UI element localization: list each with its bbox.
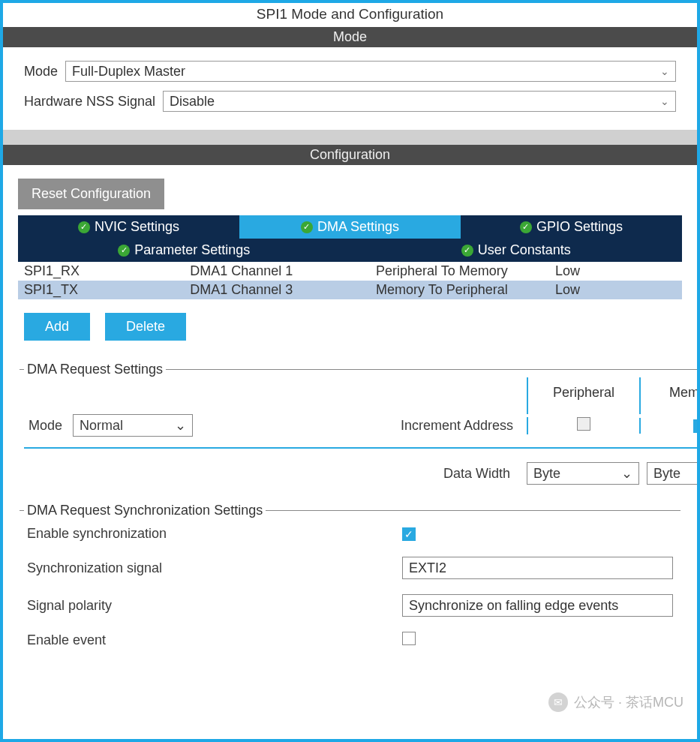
chevron-down-icon: ⌄ — [660, 95, 669, 107]
signal-polarity-field[interactable]: Synchronize on falling edge events — [402, 594, 673, 617]
tab-gpio-settings[interactable]: ✓ GPIO Settings — [461, 215, 682, 239]
config-section-header: Configuration — [3, 145, 697, 165]
mode-select-value: Full-Duplex Master — [72, 64, 185, 80]
enable-event-checkbox[interactable] — [402, 632, 416, 645]
chevron-down-icon: ⌄ — [175, 417, 186, 434]
mode-select[interactable]: Full-Duplex Master ⌄ — [65, 61, 676, 82]
tab-nvic-settings[interactable]: ✓ NVIC Settings — [18, 215, 239, 239]
col-memory: Memo — [639, 377, 700, 414]
memory-increment-checkbox[interactable]: ✓ — [693, 419, 700, 433]
watermark: ✉ 公众号 · 茶话MCU — [548, 692, 683, 712]
chevron-down-icon: ⌄ — [660, 65, 669, 77]
group-legend: DMA Request Settings — [24, 362, 166, 377]
cell-channel: DMA1 Channel 3 — [184, 281, 370, 299]
tab-user-constants[interactable]: ✓ User Constants — [350, 239, 683, 262]
check-icon: ✓ — [301, 221, 313, 233]
enable-sync-checkbox[interactable]: ✓ — [402, 527, 416, 541]
nss-label: Hardware NSS Signal — [24, 94, 155, 110]
add-button[interactable]: Add — [24, 313, 90, 341]
cell-request: SPI1_RX — [18, 262, 184, 281]
check-icon: ✓ — [78, 221, 90, 233]
divider — [24, 447, 700, 449]
col-peripheral: Peripheral — [527, 377, 639, 414]
tab-label: GPIO Settings — [536, 219, 623, 235]
table-row[interactable]: SPI1_TX DMA1 Channel 3 Memory To Periphe… — [18, 281, 682, 299]
tab-dma-settings[interactable]: ✓ DMA Settings — [239, 215, 461, 239]
nss-select[interactable]: Disable ⌄ — [163, 91, 676, 112]
reset-config-button[interactable]: Reset Configuration — [18, 179, 164, 209]
table-row[interactable]: SPI1_RX DMA1 Channel 1 Peripheral To Mem… — [18, 262, 682, 281]
dma-request-settings-group: DMA Request Settings Peripheral Memo Mod… — [20, 362, 700, 492]
tab-label: Parameter Settings — [134, 242, 250, 258]
tab-label: NVIC Settings — [95, 219, 179, 235]
cell-request: SPI1_TX — [18, 281, 184, 299]
enable-event-label: Enable event — [27, 632, 402, 648]
peripheral-data-width-select[interactable]: Byte ⌄ — [527, 462, 639, 485]
field-value: Synchronize on falling edge events — [409, 598, 618, 614]
tab-parameter-settings[interactable]: ✓ Parameter Settings — [18, 239, 350, 262]
peripheral-increment-checkbox[interactable] — [577, 417, 590, 431]
wechat-icon: ✉ — [548, 692, 568, 712]
select-value: Byte — [533, 466, 560, 482]
section-divider — [3, 130, 697, 145]
group-legend: DMA Request Synchronization Settings — [24, 503, 266, 518]
data-width-label: Data Width — [399, 466, 527, 482]
cell-channel: DMA1 Channel 1 — [184, 262, 370, 281]
dma-sync-settings-group: DMA Request Synchronization Settings Ena… — [20, 503, 680, 664]
check-icon: ✓ — [118, 245, 130, 257]
check-icon: ✓ — [520, 221, 532, 233]
mode-section-header: Mode — [3, 27, 697, 47]
tab-label: DMA Settings — [317, 219, 399, 235]
cell-direction: Memory To Peripheral — [370, 281, 549, 299]
select-value: Byte — [653, 466, 680, 482]
dma-mode-select[interactable]: Normal ⌄ — [73, 414, 193, 437]
cell-priority: Low — [549, 281, 682, 299]
nss-select-value: Disable — [170, 94, 215, 110]
signal-polarity-label: Signal polarity — [27, 598, 402, 614]
tab-label: User Constants — [478, 242, 571, 258]
chevron-down-icon: ⌄ — [621, 465, 632, 482]
dma-request-table: SPI1_RX DMA1 Channel 1 Peripheral To Mem… — [18, 262, 682, 299]
cell-direction: Peripheral To Memory — [370, 262, 549, 281]
increment-address-label: Increment Address — [399, 418, 527, 434]
sync-signal-field[interactable]: EXTI2 — [402, 557, 673, 579]
dma-mode-value: Normal — [80, 418, 123, 434]
enable-sync-label: Enable synchronization — [27, 526, 402, 542]
memory-data-width-select[interactable]: Byte — [647, 462, 700, 485]
delete-button[interactable]: Delete — [105, 313, 186, 341]
watermark-text: 公众号 · 茶话MCU — [574, 693, 683, 711]
sync-signal-label: Synchronization signal — [27, 560, 402, 576]
page-title: SPI1 Mode and Configuration — [3, 3, 697, 27]
mode-label: Mode — [24, 64, 58, 80]
field-value: EXTI2 — [409, 560, 446, 576]
dma-mode-label: Mode — [29, 418, 62, 434]
cell-priority: Low — [549, 262, 682, 281]
check-icon: ✓ — [461, 245, 473, 257]
